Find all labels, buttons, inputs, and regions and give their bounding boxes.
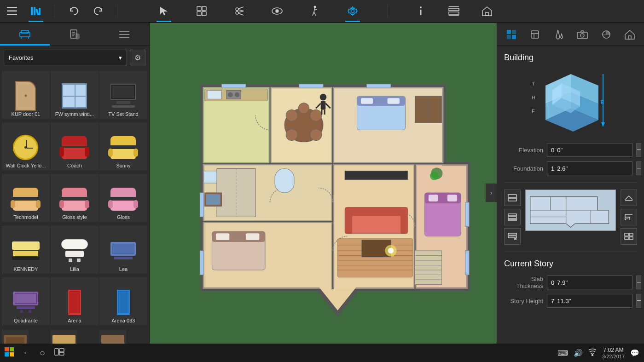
- foundation-minus-btn[interactable]: −: [636, 161, 641, 175]
- item-thumb-sunny: [106, 132, 141, 163]
- library-icon[interactable]: [29, 4, 43, 18]
- walk-icon[interactable]: [307, 4, 322, 18]
- floor-delete-btn[interactable]: [504, 228, 521, 245]
- floor-add-btn[interactable]: [504, 190, 521, 206]
- svg-line-14: [238, 7, 244, 9]
- back-button[interactable]: ←: [23, 349, 30, 357]
- item-arena[interactable]: Arena: [51, 277, 99, 325]
- item-thumb-techmodel: [8, 184, 44, 214]
- svg-rect-10: [197, 11, 201, 16]
- item-arena033[interactable]: Arena 033: [99, 277, 147, 325]
- tab-list[interactable]: [99, 23, 149, 46]
- notification-icon[interactable]: 💬: [630, 349, 639, 357]
- keyboard-icon[interactable]: ⌨: [557, 349, 568, 357]
- svg-rect-123: [321, 101, 326, 110]
- svg-rect-28: [449, 8, 459, 11]
- item-quadrante[interactable]: Quadrante: [2, 277, 50, 325]
- svg-rect-115: [415, 251, 442, 285]
- tab-home-right[interactable]: [618, 23, 642, 46]
- tab-camera[interactable]: [571, 23, 595, 46]
- svg-rect-160: [508, 236, 516, 238]
- task-view-button[interactable]: [54, 348, 64, 357]
- item-coach[interactable]: Coach: [51, 122, 99, 170]
- svg-rect-3: [31, 7, 33, 15]
- undo-icon[interactable]: [67, 4, 81, 18]
- tab-select[interactable]: [499, 23, 523, 46]
- svg-rect-61: [299, 84, 324, 88]
- view-grid-btn[interactable]: [621, 228, 637, 245]
- item-techmodel[interactable]: Techmodel: [2, 174, 50, 222]
- tab-edit[interactable]: [523, 23, 547, 46]
- view-up-btn[interactable]: [621, 190, 637, 206]
- item-gloss[interactable]: Gloss: [99, 174, 147, 222]
- volume-icon[interactable]: 🔊: [574, 349, 583, 357]
- info-icon[interactable]: [413, 4, 428, 18]
- svg-point-25: [351, 10, 354, 13]
- slab-input[interactable]: [547, 276, 632, 289]
- home-2d-icon[interactable]: [480, 4, 494, 18]
- item-fw-window[interactable]: FW symm wind...: [51, 71, 99, 119]
- svg-rect-5: [35, 9, 39, 16]
- item-label-window: FW symm wind...: [52, 111, 97, 117]
- foundation-input[interactable]: [547, 161, 632, 175]
- network-icon[interactable]: [588, 348, 597, 358]
- svg-rect-178: [55, 349, 58, 355]
- tab-furniture[interactable]: [0, 23, 50, 46]
- item-tv-stand[interactable]: TV Set Stand: [99, 71, 147, 119]
- floor-copy-btn[interactable]: [504, 209, 521, 225]
- svg-marker-153: [601, 122, 605, 127]
- eye-icon[interactable]: [270, 4, 284, 18]
- svg-rect-63: [200, 193, 203, 217]
- group-icon[interactable]: [194, 4, 209, 18]
- svg-rect-68: [207, 90, 222, 99]
- settings-icon[interactable]: [345, 4, 360, 18]
- item-label-arena: Arena: [52, 318, 97, 323]
- cursor-icon[interactable]: [157, 4, 171, 18]
- start-button[interactable]: [5, 347, 14, 359]
- menu-icon[interactable]: [5, 4, 19, 18]
- slab-minus-btn[interactable]: −: [636, 276, 641, 289]
- scissors-icon[interactable]: [232, 4, 247, 18]
- item-gloss-style[interactable]: Gloss style: [51, 174, 99, 222]
- divider-1: [504, 182, 637, 183]
- items-grid: KUP door 01 FW symm wind...: [0, 69, 149, 330]
- item-kennedy[interactable]: KENNEDY: [2, 226, 50, 274]
- tab-render[interactable]: [594, 23, 618, 46]
- tab-paint-right[interactable]: [547, 23, 571, 46]
- view-controls: [621, 190, 637, 245]
- item-wall-clock[interactable]: Wall Clock Yello...: [2, 122, 50, 170]
- elevation-minus-btn[interactable]: −: [636, 143, 641, 157]
- time-display[interactable]: 7:02 AM 3/22/2017: [602, 347, 625, 359]
- item-lea[interactable]: Lea: [99, 226, 147, 274]
- settings-gear-button[interactable]: ⚙: [130, 50, 145, 65]
- center-canvas[interactable]: ›: [150, 23, 497, 362]
- svg-rect-180: [59, 352, 64, 355]
- svg-rect-81: [388, 98, 400, 104]
- favorites-dropdown[interactable]: Favorites ▾: [4, 50, 127, 65]
- svg-rect-86: [216, 233, 229, 240]
- elevation-row: Elevation − +: [504, 143, 637, 157]
- story-height-input[interactable]: [547, 294, 632, 308]
- favorites-label: Favorites: [9, 54, 33, 61]
- search-button[interactable]: ○: [40, 348, 45, 358]
- view-angle-btn[interactable]: [621, 209, 637, 225]
- svg-point-19: [276, 10, 278, 12]
- story-height-row: Story Height − +: [504, 294, 637, 308]
- item-label-kennedy: KENNEDY: [4, 266, 48, 272]
- floor-plan-thumbnail[interactable]: [525, 190, 616, 231]
- svg-rect-170: [625, 233, 628, 236]
- tab-paint[interactable]: [50, 23, 99, 46]
- elevation-input[interactable]: [547, 143, 632, 157]
- item-sunny[interactable]: Sunny: [99, 122, 147, 170]
- separator-2: [117, 4, 117, 18]
- story-minus-btn[interactable]: −: [636, 294, 641, 308]
- story-height-label: Story Height: [504, 298, 543, 305]
- item-lilia[interactable]: Lilia: [51, 226, 99, 274]
- redo-icon[interactable]: [91, 4, 105, 18]
- svg-rect-1: [7, 11, 17, 12]
- svg-rect-128: [507, 30, 511, 34]
- svg-line-15: [238, 13, 244, 15]
- floors-icon[interactable]: [447, 4, 461, 18]
- expand-panel-button[interactable]: ›: [486, 184, 497, 202]
- item-kup-door[interactable]: KUP door 01: [2, 71, 50, 119]
